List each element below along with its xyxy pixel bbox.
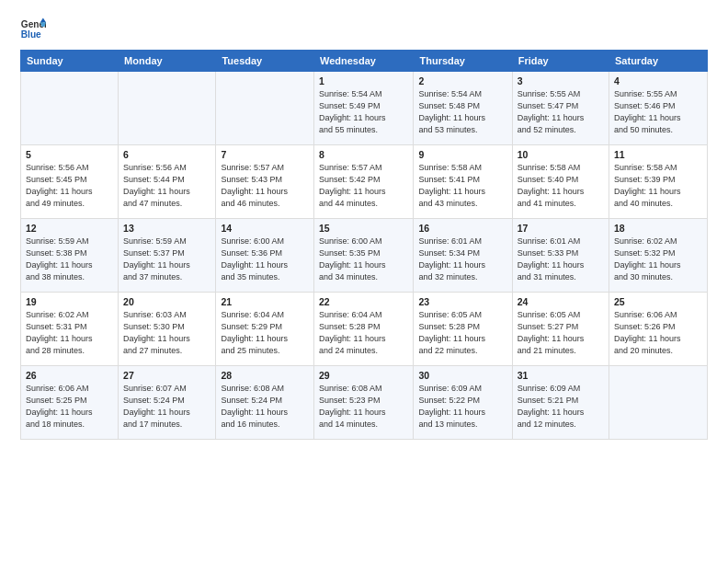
logo: General Blue	[20, 17, 46, 42]
day-number: 20	[123, 296, 210, 307]
day-info: Sunrise: 5:59 AMSunset: 5:37 PMDaylight:…	[123, 236, 210, 283]
calendar-cell: 26Sunrise: 6:06 AMSunset: 5:25 PMDayligh…	[21, 366, 119, 440]
calendar-cell	[216, 72, 314, 145]
day-number: 22	[319, 296, 409, 307]
day-info: Sunrise: 5:56 AMSunset: 5:44 PMDaylight:…	[123, 162, 210, 210]
day-number: 29	[319, 370, 409, 381]
day-number: 14	[221, 223, 309, 234]
day-number: 21	[221, 296, 309, 307]
calendar-cell: 10Sunrise: 5:58 AMSunset: 5:40 PMDayligh…	[512, 145, 609, 219]
day-number: 26	[26, 370, 113, 381]
day-number: 16	[418, 223, 506, 234]
calendar-week-2: 5Sunrise: 5:56 AMSunset: 5:45 PMDaylight…	[21, 145, 708, 219]
day-info: Sunrise: 6:09 AMSunset: 5:22 PMDaylight:…	[418, 383, 506, 431]
weekday-header-row: SundayMondayTuesdayWednesdayThursdayFrid…	[21, 51, 708, 72]
weekday-header-tuesday: Tuesday	[216, 51, 314, 72]
calendar-cell	[609, 366, 708, 440]
day-number: 9	[418, 149, 506, 160]
calendar-cell: 23Sunrise: 6:05 AMSunset: 5:28 PMDayligh…	[414, 293, 512, 366]
calendar-cell: 30Sunrise: 6:09 AMSunset: 5:22 PMDayligh…	[414, 366, 512, 440]
day-number: 15	[319, 223, 409, 234]
header: General Blue	[20, 17, 708, 42]
day-number: 18	[614, 223, 702, 234]
weekday-header-wednesday: Wednesday	[313, 51, 414, 72]
day-info: Sunrise: 6:00 AMSunset: 5:36 PMDaylight:…	[221, 236, 309, 283]
calendar-cell	[21, 72, 119, 145]
day-info: Sunrise: 5:58 AMSunset: 5:41 PMDaylight:…	[418, 162, 506, 210]
day-number: 5	[26, 149, 113, 160]
calendar-body: 1Sunrise: 5:54 AMSunset: 5:49 PMDaylight…	[21, 72, 708, 440]
day-info: Sunrise: 5:55 AMSunset: 5:47 PMDaylight:…	[518, 88, 604, 136]
day-info: Sunrise: 5:59 AMSunset: 5:38 PMDaylight:…	[26, 236, 113, 283]
calendar-cell: 14Sunrise: 6:00 AMSunset: 5:36 PMDayligh…	[216, 219, 314, 293]
day-number: 7	[221, 149, 309, 160]
calendar-cell: 16Sunrise: 6:01 AMSunset: 5:34 PMDayligh…	[414, 219, 512, 293]
calendar-cell: 1Sunrise: 5:54 AMSunset: 5:49 PMDaylight…	[313, 72, 414, 145]
day-number: 2	[418, 75, 506, 86]
day-number: 24	[518, 296, 604, 307]
weekday-header-sunday: Sunday	[21, 51, 119, 72]
day-info: Sunrise: 6:02 AMSunset: 5:31 PMDaylight:…	[26, 309, 113, 357]
day-info: Sunrise: 6:03 AMSunset: 5:30 PMDaylight:…	[123, 309, 210, 357]
day-number: 17	[518, 223, 604, 234]
day-number: 3	[518, 75, 604, 86]
day-info: Sunrise: 6:04 AMSunset: 5:28 PMDaylight:…	[319, 309, 409, 357]
page: General Blue SundayMondayTuesdayWednesda…	[0, 0, 728, 449]
calendar-cell: 12Sunrise: 5:59 AMSunset: 5:38 PMDayligh…	[21, 219, 119, 293]
calendar-cell: 18Sunrise: 6:02 AMSunset: 5:32 PMDayligh…	[609, 219, 708, 293]
day-info: Sunrise: 6:07 AMSunset: 5:24 PMDaylight:…	[123, 383, 210, 431]
calendar-week-4: 19Sunrise: 6:02 AMSunset: 5:31 PMDayligh…	[21, 293, 708, 366]
day-info: Sunrise: 5:56 AMSunset: 5:45 PMDaylight:…	[26, 162, 113, 210]
svg-text:Blue: Blue	[21, 29, 41, 40]
weekday-header-monday: Monday	[119, 51, 216, 72]
day-info: Sunrise: 6:08 AMSunset: 5:23 PMDaylight:…	[319, 383, 409, 431]
calendar-table: SundayMondayTuesdayWednesdayThursdayFrid…	[20, 50, 708, 440]
calendar-cell: 11Sunrise: 5:58 AMSunset: 5:39 PMDayligh…	[609, 145, 708, 219]
day-number: 25	[614, 296, 702, 307]
day-number: 28	[221, 370, 309, 381]
day-number: 11	[614, 149, 702, 160]
weekday-header-friday: Friday	[512, 51, 609, 72]
day-number: 30	[418, 370, 506, 381]
calendar-cell: 7Sunrise: 5:57 AMSunset: 5:43 PMDaylight…	[216, 145, 314, 219]
calendar-header: SundayMondayTuesdayWednesdayThursdayFrid…	[21, 51, 708, 72]
calendar-cell: 17Sunrise: 6:01 AMSunset: 5:33 PMDayligh…	[512, 219, 609, 293]
day-info: Sunrise: 5:58 AMSunset: 5:40 PMDaylight:…	[518, 162, 604, 210]
day-info: Sunrise: 6:00 AMSunset: 5:35 PMDaylight:…	[319, 236, 409, 283]
calendar-week-3: 12Sunrise: 5:59 AMSunset: 5:38 PMDayligh…	[21, 219, 708, 293]
calendar-cell: 15Sunrise: 6:00 AMSunset: 5:35 PMDayligh…	[313, 219, 414, 293]
day-number: 19	[26, 296, 113, 307]
day-info: Sunrise: 6:02 AMSunset: 5:32 PMDaylight:…	[614, 236, 702, 283]
day-info: Sunrise: 5:58 AMSunset: 5:39 PMDaylight:…	[614, 162, 702, 210]
calendar-cell: 6Sunrise: 5:56 AMSunset: 5:44 PMDaylight…	[119, 145, 216, 219]
day-info: Sunrise: 6:09 AMSunset: 5:21 PMDaylight:…	[518, 383, 604, 431]
calendar-cell: 24Sunrise: 6:05 AMSunset: 5:27 PMDayligh…	[512, 293, 609, 366]
calendar-cell: 9Sunrise: 5:58 AMSunset: 5:41 PMDaylight…	[414, 145, 512, 219]
day-number: 27	[123, 370, 210, 381]
calendar-cell: 29Sunrise: 6:08 AMSunset: 5:23 PMDayligh…	[313, 366, 414, 440]
weekday-header-thursday: Thursday	[414, 51, 512, 72]
calendar-cell: 19Sunrise: 6:02 AMSunset: 5:31 PMDayligh…	[21, 293, 119, 366]
calendar-cell: 20Sunrise: 6:03 AMSunset: 5:30 PMDayligh…	[119, 293, 216, 366]
calendar-cell: 27Sunrise: 6:07 AMSunset: 5:24 PMDayligh…	[119, 366, 216, 440]
day-number: 6	[123, 149, 210, 160]
calendar-cell: 25Sunrise: 6:06 AMSunset: 5:26 PMDayligh…	[609, 293, 708, 366]
calendar-cell: 5Sunrise: 5:56 AMSunset: 5:45 PMDaylight…	[21, 145, 119, 219]
day-number: 1	[319, 75, 409, 86]
day-number: 10	[518, 149, 604, 160]
day-info: Sunrise: 5:57 AMSunset: 5:43 PMDaylight:…	[221, 162, 309, 210]
calendar-cell: 31Sunrise: 6:09 AMSunset: 5:21 PMDayligh…	[512, 366, 609, 440]
day-info: Sunrise: 6:06 AMSunset: 5:26 PMDaylight:…	[614, 309, 702, 357]
day-info: Sunrise: 6:06 AMSunset: 5:25 PMDaylight:…	[26, 383, 113, 431]
day-info: Sunrise: 6:05 AMSunset: 5:28 PMDaylight:…	[418, 309, 506, 357]
calendar-cell: 21Sunrise: 6:04 AMSunset: 5:29 PMDayligh…	[216, 293, 314, 366]
weekday-header-saturday: Saturday	[609, 51, 708, 72]
day-info: Sunrise: 5:57 AMSunset: 5:42 PMDaylight:…	[319, 162, 409, 210]
calendar-cell: 13Sunrise: 5:59 AMSunset: 5:37 PMDayligh…	[119, 219, 216, 293]
calendar-cell: 4Sunrise: 5:55 AMSunset: 5:46 PMDaylight…	[609, 72, 708, 145]
day-info: Sunrise: 6:04 AMSunset: 5:29 PMDaylight:…	[221, 309, 309, 357]
day-info: Sunrise: 6:01 AMSunset: 5:33 PMDaylight:…	[518, 236, 604, 283]
logo-icon: General Blue	[20, 17, 46, 42]
calendar-cell: 2Sunrise: 5:54 AMSunset: 5:48 PMDaylight…	[414, 72, 512, 145]
calendar-cell: 3Sunrise: 5:55 AMSunset: 5:47 PMDaylight…	[512, 72, 609, 145]
